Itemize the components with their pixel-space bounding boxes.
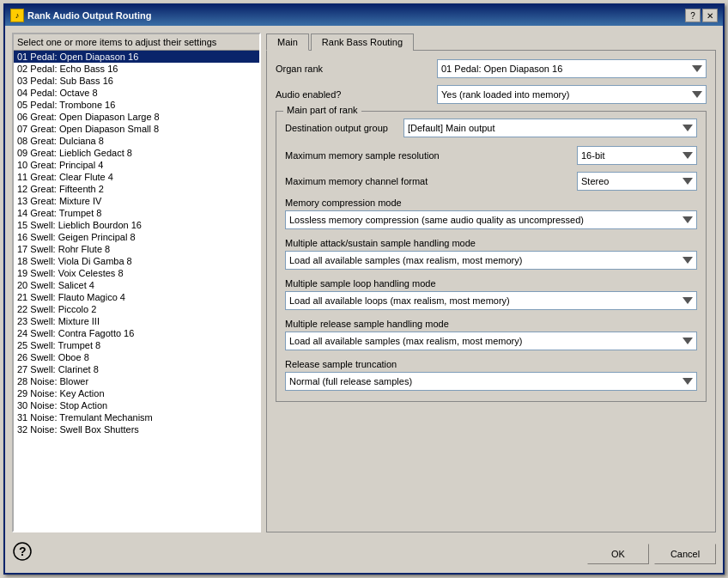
list-item[interactable]: 08 Great: Dulciana 8 [14, 135, 259, 147]
title-buttons: ? ✕ [685, 9, 718, 22]
list-item[interactable]: 13 Great: Mixture IV [14, 195, 259, 207]
organ-rank-row: Organ rank 01 Pedal: Open Diapason 1602 … [276, 59, 707, 78]
list-item[interactable]: 02 Pedal: Echo Bass 16 [14, 63, 259, 75]
list-item[interactable]: 31 Noise: Tremulant Mechanism [14, 411, 259, 423]
multi-attack-label: Multiple attack/sustain sample handling … [285, 238, 697, 248]
list-item[interactable]: 22 Swell: Piccolo 2 [14, 303, 259, 315]
ok-button[interactable]: OK [587, 544, 649, 564]
tab-content-main: Organ rank 01 Pedal: Open Diapason 1602 … [266, 50, 716, 532]
list-item[interactable]: 16 Swell: Geigen Principal 8 [14, 231, 259, 243]
tabs: Main Rank Bass Routing [266, 33, 716, 50]
cancel-button[interactable]: Cancel [654, 544, 716, 564]
multi-release-label: Multiple release sample handling mode [285, 319, 697, 329]
release-truncation-label: Release sample truncation [285, 359, 697, 369]
list-item[interactable]: 28 Noise: Blower [14, 375, 259, 387]
list-item[interactable]: 15 Swell: Lieblich Bourdon 16 [14, 219, 259, 231]
max-mem-sample-label: Maximum memory sample resolution [285, 150, 570, 161]
list-item[interactable]: 32 Noise: Swell Box Shutters [14, 423, 259, 435]
dest-output-select[interactable]: [Default] Main outputOutput 1Output 2 [403, 119, 697, 137]
list-item[interactable]: 18 Swell: Viola Di Gamba 8 [14, 255, 259, 267]
list-item[interactable]: 03 Pedal: Sub Bass 16 [14, 75, 259, 87]
left-panel: Select one or more items to adjust their… [12, 33, 261, 532]
multi-attack-select[interactable]: Load all available samples (max realism,… [285, 251, 697, 270]
multi-loop-select[interactable]: Load all available loops (max realism, m… [285, 291, 697, 310]
dest-output-row: Destination output group [Default] Main … [285, 119, 697, 137]
title-bar: ♪ Rank Audio Output Routing ? ✕ [5, 5, 723, 26]
items-list[interactable]: 01 Pedal: Open Diapason 1602 Pedal: Echo… [14, 51, 259, 531]
organ-rank-label: Organ rank [276, 64, 430, 74]
multi-loop-label: Multiple sample loop handling mode [285, 278, 697, 289]
list-item[interactable]: 12 Great: Fifteenth 2 [14, 183, 259, 195]
max-mem-channel-label: Maximum memory channel format [285, 176, 570, 186]
list-item[interactable]: 01 Pedal: Open Diapason 16 [14, 51, 259, 63]
title-bar-left: ♪ Rank Audio Output Routing [10, 9, 151, 22]
right-panel: Main Rank Bass Routing Organ rank 01 Ped… [266, 33, 716, 532]
window-title: Rank Audio Output Routing [27, 10, 151, 21]
list-item[interactable]: 09 Great: Lieblich Gedact 8 [14, 147, 259, 159]
list-item[interactable]: 19 Swell: Voix Celestes 8 [14, 267, 259, 279]
max-mem-sample-row: Maximum memory sample resolution 16-bit2… [285, 146, 697, 165]
tab-main[interactable]: Main [266, 33, 309, 51]
group-box-title: Main part of rank [283, 105, 361, 115]
help-title-button[interactable]: ? [685, 9, 701, 22]
release-truncation-select[interactable]: Normal (full release samples)TruncatedVe… [285, 372, 697, 391]
list-item[interactable]: 25 Swell: Trumpet 8 [14, 339, 259, 351]
list-item[interactable]: 04 Pedal: Octave 8 [14, 87, 259, 99]
list-item[interactable]: 27 Swell: Clarinet 8 [14, 363, 259, 375]
close-title-button[interactable]: ✕ [702, 9, 718, 22]
dest-output-label: Destination output group [285, 123, 397, 133]
list-item[interactable]: 26 Swell: Oboe 8 [14, 351, 259, 363]
list-item[interactable]: 20 Swell: Salicet 4 [14, 279, 259, 291]
content-area: Select one or more items to adjust their… [12, 33, 716, 532]
window-body: Select one or more items to adjust their… [5, 26, 723, 573]
list-item[interactable]: 11 Great: Clear Flute 4 [14, 171, 259, 183]
list-item[interactable]: 07 Great: Open Diapason Small 8 [14, 123, 259, 135]
main-window: ♪ Rank Audio Output Routing ? ✕ Select o… [3, 3, 725, 575]
list-item[interactable]: 23 Swell: Mixture III [14, 315, 259, 327]
audio-enabled-select[interactable]: Yes (rank loaded into memory)No (rank no… [437, 85, 707, 104]
list-item[interactable]: 21 Swell: Flauto Magico 4 [14, 291, 259, 303]
organ-rank-select[interactable]: 01 Pedal: Open Diapason 1602 Pedal: Echo… [437, 59, 707, 78]
main-part-group: Main part of rank Destination output gro… [276, 111, 707, 402]
window-icon: ♪ [10, 9, 24, 22]
help-icon[interactable]: ? [12, 541, 33, 566]
multi-release-select[interactable]: Load all available samples (max realism,… [285, 332, 697, 350]
list-item[interactable]: 24 Swell: Contra Fagotto 16 [14, 327, 259, 339]
bottom-bar: ? OK Cancel [12, 538, 716, 566]
max-mem-sample-select[interactable]: 16-bit24-bit32-bit [577, 146, 697, 165]
max-mem-channel-row: Maximum memory channel format StereoMono [285, 172, 697, 191]
left-panel-label: Select one or more items to adjust their… [14, 34, 259, 51]
list-item[interactable]: 05 Pedal: Trombone 16 [14, 99, 259, 111]
list-item[interactable]: 10 Great: Principal 4 [14, 159, 259, 171]
mem-compression-label: Memory compression mode [285, 198, 697, 208]
mem-compression-select[interactable]: Lossless memory compression (same audio … [285, 210, 697, 229]
max-mem-channel-select[interactable]: StereoMono [577, 172, 697, 191]
tab-rank-bass[interactable]: Rank Bass Routing [311, 33, 414, 51]
list-item[interactable]: 06 Great: Open Diapason Large 8 [14, 111, 259, 123]
svg-text:?: ? [19, 545, 27, 558]
audio-enabled-row: Audio enabled? Yes (rank loaded into mem… [276, 85, 707, 104]
list-item[interactable]: 17 Swell: Rohr Flute 8 [14, 243, 259, 255]
list-item[interactable]: 29 Noise: Key Action [14, 387, 259, 399]
list-item[interactable]: 30 Noise: Stop Action [14, 399, 259, 411]
list-item[interactable]: 14 Great: Trumpet 8 [14, 207, 259, 219]
audio-enabled-label: Audio enabled? [276, 89, 430, 100]
